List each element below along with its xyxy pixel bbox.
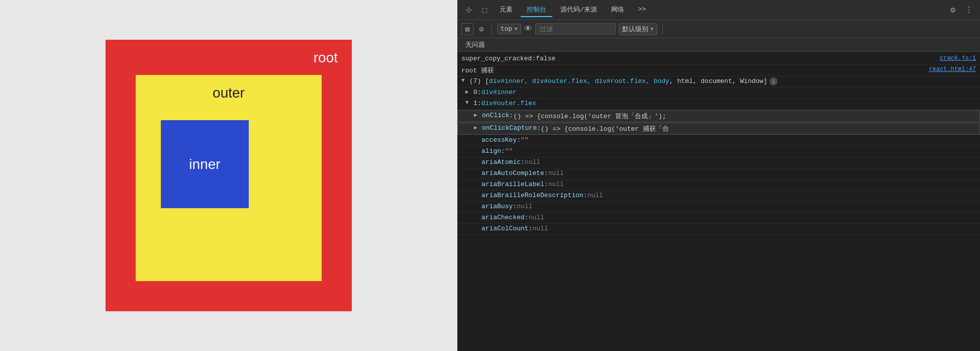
console-line-oncapture: ▶ onClickCapture: () => {console.log('ou… [457,123,980,135]
array-prefix: (7) [ [469,77,489,85]
console-line-ariaauto: ▶ ariaAutoComplete: null [457,168,980,180]
outer-label: outer [213,75,245,106]
ariaatomic-val: null [525,158,540,166]
log-level-selector[interactable]: 默认级别 ▼ [619,23,657,35]
root-box[interactable]: root outer inner [106,40,352,311]
expand-arrow[interactable]: ▼ [461,77,467,83]
inner-label: inner [189,156,220,172]
clear-console-icon[interactable]: ⊘ [476,24,486,34]
settings-icon[interactable]: ⚙ [946,3,960,17]
chevron-down-icon2: ▼ [650,26,654,32]
tab-network[interactable]: 网络 [605,3,630,17]
console-text: root 捕获 [461,66,494,75]
ariabrd-key: ariaBrailleRoleDescription: [481,192,587,199]
status-text: 无问题 [465,41,485,49]
array-suffix: , html, document, Window] [669,77,767,85]
ariabrl-key: ariaBrailleLabel: [481,181,548,188]
devtools-top-toolbar: ⊹ ⬚ 元素 控制台 源代码/来源 网络 >> ⚙ ⋮ [457,0,980,20]
ariabusy-val: null [517,203,532,210]
key-1: 1: [473,100,481,107]
console-line-ariacolcount: ▶ ariaColCount: null [457,224,980,235]
browser-content-panel: root outer inner [0,0,457,351]
expand-arrow-oncapture[interactable]: ▶ [474,124,480,131]
status-bar: 无问题 [457,38,980,52]
toolbar-divider2 [662,24,663,34]
key-0: 0: [473,89,481,96]
console-text: super_copy_cracked:false [461,55,555,62]
console-line-ariabrd: ▶ ariaBrailleRoleDescription: null [457,191,980,202]
info-badge: i [769,77,777,85]
ariachecked-val: null [529,214,544,221]
array-items: div#inner, div#outer.flex, div#root.flex… [489,77,669,85]
ariaatomic-key: ariaAtomic: [481,158,525,166]
console-line-onclick: ▶ onClick: () => {console.log('outer 冒泡「… [457,110,980,122]
console-line-ariabusy: ▶ ariaBusy: null [457,202,980,213]
context-selector[interactable]: top ▼ [497,24,521,34]
ariacolcount-val: null [532,225,548,232]
source-link-1[interactable]: crack.js:1 [930,55,976,62]
expand-arrow-0[interactable]: ▶ [465,89,471,95]
console-line-align: ▶ align: "" [457,146,980,157]
console-line-4: ▶ 0: div#inner [457,87,980,99]
context-label: top [501,25,512,33]
more-options-icon[interactable]: ⋮ [962,3,976,17]
devtools-second-toolbar: ▤ ⊘ top ▼ 👁 默认级别 ▼ [457,20,980,38]
filter-input[interactable] [535,23,616,35]
ariacolcount-key: ariaColCount: [481,225,532,232]
expand-arrow-1[interactable]: ▼ [465,100,471,106]
ariabusy-key: ariaBusy: [481,203,517,210]
ariabrl-val: null [548,181,564,188]
toolbar-divider [492,24,492,34]
align-val: "" [505,147,513,155]
devtools-panel: ⊹ ⬚ 元素 控制台 源代码/来源 网络 >> ⚙ ⋮ ▤ ⊘ top ▼ 👁 … [457,0,980,351]
ariaauto-key: ariaAutoComplete: [481,169,548,177]
console-line-ariachecked: ▶ ariaChecked: null [457,213,980,224]
level-label: 默认级别 [622,25,648,34]
tab-console[interactable]: 控制台 [521,3,552,17]
console-line-5: ▼ 1: div#outer.flex [457,99,980,110]
expand-arrow-onclick[interactable]: ▶ [474,112,480,118]
console-line-3: ▼ (7) [ div#inner, div#outer.flex, div#r… [457,76,980,87]
accesskey-val: "" [521,136,529,144]
chevron-down-icon: ▼ [514,26,518,32]
console-line-accesskey: ▶ accessKey: "" [457,135,980,146]
sidebar-toggle-icon[interactable]: ▤ [461,23,473,35]
inner-box[interactable]: inner [161,120,249,208]
onclick-val: () => {console.log('outer 冒泡「合成」'); [513,112,666,121]
tab-sources[interactable]: 源代码/来源 [554,3,603,17]
console-line-2: root 捕获 react.html:47 [457,65,980,76]
val-0: div#inner [481,89,517,96]
accesskey-key: accessKey: [481,136,521,144]
oncapture-val: () => {console.log('outer 捕获「合 [541,124,669,133]
device-icon[interactable]: ⬚ [477,3,492,17]
oncapture-key: onClickCapture: [482,124,541,132]
source-link-2[interactable]: react.html:47 [919,66,976,73]
onclick-key: onClick: [482,112,513,119]
inspect-icon[interactable]: ⊹ [461,3,475,17]
align-key: align: [481,147,505,155]
console-line-1: super_copy_cracked:false crack.js:1 [457,54,980,65]
ariabrd-val: null [587,192,603,199]
root-label: root [305,45,347,71]
ariaauto-val: null [548,169,564,177]
console-line-ariaatomic: ▶ ariaAtomic: null [457,157,980,168]
eye-icon[interactable]: 👁 [524,24,532,34]
console-line-ariabrl: ▶ ariaBrailleLabel: null [457,180,980,191]
ariachecked-key: ariaChecked: [481,214,529,221]
console-output[interactable]: super_copy_cracked:false crack.js:1 root… [457,52,980,351]
tab-elements[interactable]: 元素 [494,3,519,17]
tab-more[interactable]: >> [632,4,652,16]
outer-box[interactable]: outer inner [136,75,322,281]
val-1: div#outer.flex [481,100,536,107]
